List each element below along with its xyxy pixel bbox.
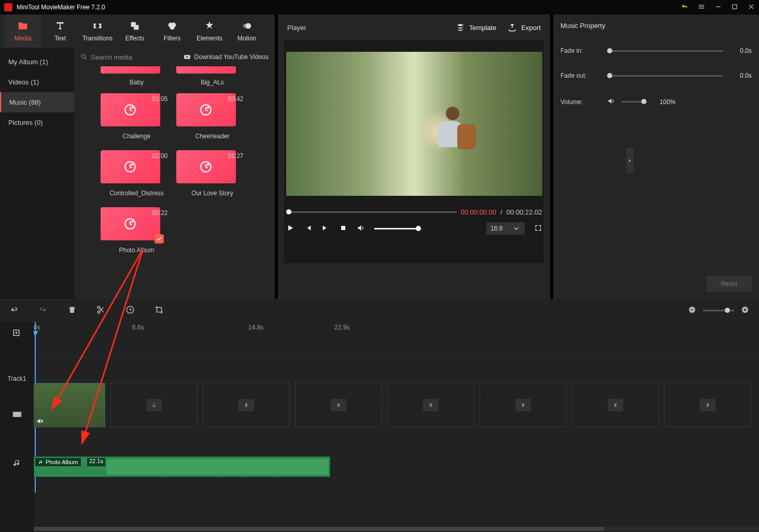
zoom-slider[interactable] bbox=[703, 310, 734, 311]
search-input[interactable]: Search media bbox=[80, 53, 179, 61]
svg-rect-26 bbox=[691, 309, 694, 310]
audio-clip[interactable]: Photo Album 22.1s bbox=[34, 456, 330, 477]
fade-out-slider[interactable] bbox=[607, 75, 723, 77]
redo-button[interactable] bbox=[38, 305, 48, 316]
export-button[interactable]: Export bbox=[508, 23, 541, 32]
aspect-select[interactable]: 16:9 bbox=[486, 222, 524, 235]
media-card[interactable]: 03:42Cheerleader bbox=[176, 93, 249, 149]
media-card[interactable]: 02:00Controlled_Distress bbox=[101, 150, 173, 206]
clip-placeholder[interactable] bbox=[480, 383, 567, 427]
close-icon[interactable] bbox=[748, 3, 755, 12]
collapse-panel-button[interactable] bbox=[626, 148, 634, 173]
fade-out-label: Fade out: bbox=[560, 72, 601, 79]
tab-effects[interactable]: Effects bbox=[116, 15, 153, 48]
clip-placeholder[interactable] bbox=[110, 383, 198, 427]
clip-placeholder[interactable] bbox=[295, 383, 382, 427]
sidebar-item-my-album[interactable]: My Album (1) bbox=[0, 52, 74, 72]
sidebar: My Album (1) Videos (1) Music (88) Pictu… bbox=[0, 48, 74, 299]
template-button[interactable]: Template bbox=[456, 23, 497, 32]
preview-area: 00:00:00.00 / 00:00:22.02 16:9 bbox=[284, 40, 544, 263]
volume-icon[interactable] bbox=[357, 224, 365, 234]
split-button[interactable] bbox=[96, 305, 106, 316]
player-label: Player bbox=[287, 24, 444, 32]
titlebar: MiniTool MovieMaker Free 7.2.0 bbox=[0, 0, 759, 15]
zoom-out-button[interactable] bbox=[687, 305, 697, 316]
audio-track-icon bbox=[0, 439, 34, 487]
play-button[interactable] bbox=[286, 224, 294, 234]
sidebar-item-pictures[interactable]: Pictures (0) bbox=[0, 112, 74, 133]
svg-point-20 bbox=[131, 221, 133, 223]
svg-point-18 bbox=[207, 164, 209, 166]
key-icon[interactable] bbox=[681, 3, 688, 12]
svg-point-16 bbox=[131, 164, 133, 166]
crop-button[interactable] bbox=[154, 305, 164, 316]
clip-placeholder[interactable] bbox=[572, 383, 659, 427]
volume-label: Volume: bbox=[560, 98, 601, 106]
media-card[interactable]: Baby bbox=[101, 68, 173, 92]
stop-button[interactable] bbox=[339, 224, 347, 234]
clip-placeholder[interactable] bbox=[664, 383, 751, 427]
scrub-bar[interactable] bbox=[286, 211, 457, 213]
track-label: Track1 bbox=[0, 367, 34, 390]
speaker-icon[interactable] bbox=[607, 97, 615, 107]
top-tabs: Media Text Transitions Effects Filters E… bbox=[0, 15, 275, 48]
svg-point-9 bbox=[81, 54, 85, 58]
volume-value: 100% bbox=[653, 98, 676, 106]
video-clip[interactable] bbox=[34, 383, 105, 427]
tab-text[interactable]: Text bbox=[41, 15, 79, 48]
minimize-icon[interactable] bbox=[714, 3, 722, 12]
volume-prop-slider[interactable] bbox=[622, 101, 646, 103]
media-card[interactable]: 01:27Our Love Story bbox=[176, 150, 249, 206]
prev-frame-button[interactable] bbox=[304, 224, 312, 234]
tab-transitions[interactable]: Transitions bbox=[79, 15, 116, 48]
svg-rect-31 bbox=[13, 412, 20, 417]
video-track[interactable] bbox=[34, 381, 759, 429]
media-card[interactable]: 01:05Challenge bbox=[101, 93, 173, 149]
add-track-button[interactable] bbox=[0, 322, 34, 346]
fullscreen-button[interactable] bbox=[534, 224, 542, 234]
clip-placeholder[interactable] bbox=[387, 383, 474, 427]
timeline-scrollbar[interactable] bbox=[34, 527, 759, 531]
svg-rect-0 bbox=[715, 6, 720, 7]
reset-button[interactable]: Reset bbox=[707, 276, 752, 292]
tab-media[interactable]: Media bbox=[4, 15, 41, 48]
tab-motion[interactable]: Motion bbox=[228, 15, 265, 48]
svg-rect-3 bbox=[134, 25, 138, 30]
media-card-selected[interactable]: 00:22 Photo Album bbox=[101, 207, 173, 263]
check-icon bbox=[154, 234, 164, 243]
sidebar-item-videos[interactable]: Videos (1) bbox=[0, 72, 74, 92]
svg-point-6 bbox=[170, 25, 174, 30]
maximize-icon[interactable] bbox=[731, 3, 738, 12]
fade-in-label: Fade in: bbox=[560, 47, 601, 54]
timeline-ruler[interactable]: 0s 6.6s 14.8s 22.9s bbox=[34, 322, 759, 335]
mute-icon[interactable] bbox=[36, 418, 45, 426]
time-current: 00:00:00.00 bbox=[461, 208, 497, 216]
svg-rect-29 bbox=[744, 308, 746, 311]
sidebar-item-music[interactable]: Music (88) bbox=[0, 92, 74, 112]
fade-in-slider[interactable] bbox=[607, 50, 723, 52]
app-title: MiniTool MovieMaker Free 7.2.0 bbox=[17, 4, 681, 11]
volume-slider[interactable] bbox=[374, 228, 421, 229]
fade-out-value: 0.0s bbox=[729, 72, 752, 79]
media-card[interactable]: Big_ALs bbox=[176, 68, 249, 92]
download-youtube-link[interactable]: Download YouTube Videos bbox=[183, 53, 269, 61]
speed-button[interactable] bbox=[125, 305, 135, 316]
tab-filters[interactable]: Filters bbox=[153, 15, 191, 48]
svg-point-14 bbox=[207, 107, 209, 109]
menu-icon[interactable] bbox=[698, 3, 705, 12]
svg-point-12 bbox=[131, 107, 133, 109]
tab-elements[interactable]: Elements bbox=[191, 15, 228, 48]
video-track-icon bbox=[0, 390, 34, 439]
next-frame-button[interactable] bbox=[321, 224, 330, 234]
delete-button[interactable] bbox=[67, 305, 77, 316]
props-title: Music Property bbox=[560, 22, 752, 30]
clip-placeholder[interactable] bbox=[203, 383, 290, 427]
zoom-in-button[interactable] bbox=[740, 305, 750, 316]
svg-point-8 bbox=[243, 24, 247, 27]
audio-track[interactable]: Photo Album 22.1s bbox=[34, 429, 759, 478]
undo-button[interactable] bbox=[9, 305, 19, 316]
time-total: 00:00:22.02 bbox=[507, 208, 542, 216]
svg-rect-32 bbox=[12, 412, 13, 417]
svg-rect-21 bbox=[341, 226, 345, 230]
fit-zoom-button[interactable] bbox=[672, 305, 681, 316]
